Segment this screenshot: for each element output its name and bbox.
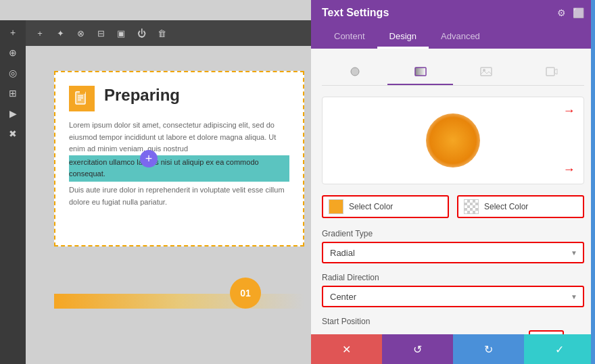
- redo-button[interactable]: ↻: [453, 334, 524, 364]
- video-icon: [546, 66, 558, 78]
- color-picker-2-label: Select Color: [484, 202, 528, 211]
- svg-point-6: [351, 68, 359, 76]
- gradient-type-select[interactable]: Radial Linear Conic: [322, 242, 584, 263]
- radial-direction-select[interactable]: Center Top Left Top Right Bottom Left Bo…: [322, 286, 584, 307]
- content-card: Preparing Lorem ipsum dolor sit amet, co…: [54, 71, 304, 246]
- radial-direction-label: Radial Direction: [322, 273, 584, 282]
- toolbar-target-icon[interactable]: ◎: [6, 66, 20, 80]
- grid-icon[interactable]: ⊟: [93, 26, 108, 41]
- start-position-label: Start Position: [322, 317, 584, 326]
- edit-toolbar: + ✦ ⊗ ⊟ ▣ ⏻ 🗑: [26, 20, 311, 46]
- card-title: Preparing: [104, 86, 180, 105]
- toolbar-add-icon[interactable]: +: [6, 26, 20, 39]
- card-header: Preparing: [69, 86, 289, 111]
- card-icon: [69, 86, 95, 111]
- tab-content[interactable]: Content: [322, 26, 377, 49]
- document-icon: [74, 90, 90, 107]
- sub-tabs: [322, 59, 584, 86]
- arrow-indicator-1: ←: [563, 104, 575, 118]
- svg-rect-8: [481, 68, 492, 76]
- svg-rect-10: [546, 68, 554, 76]
- gradient-type-row: Gradient Type Radial Linear Conic: [322, 229, 584, 263]
- color-swatch-1: [329, 199, 343, 214]
- video-tab[interactable]: [519, 59, 584, 85]
- color-pickers-row: Select Color Select Color: [322, 195, 584, 218]
- solid-color-tab[interactable]: [322, 59, 387, 85]
- card-gradient-strip: [54, 294, 304, 309]
- panel-footer: ✕ ↺ ↻ ✓: [311, 334, 595, 364]
- panel-title: Text Settings: [322, 7, 389, 19]
- arrow-indicator-2: ←: [563, 163, 575, 177]
- add-element-button[interactable]: +: [140, 150, 158, 167]
- toolbar-search-icon[interactable]: ⊕: [6, 46, 20, 59]
- panel-header: Text Settings ⚙ ⬜: [311, 0, 595, 26]
- panel-header-icons: ⚙ ⬜: [557, 7, 584, 18]
- cancel-button[interactable]: ✕: [311, 334, 382, 364]
- expand-icon[interactable]: ⬜: [573, 7, 584, 18]
- settings-icon[interactable]: ⊗: [73, 26, 88, 41]
- card-highlighted-text: exercitation ullamco laboris nisi ut ali…: [69, 155, 289, 182]
- delete-icon[interactable]: 🗑: [154, 26, 169, 41]
- panel-content: ← ← Select Color Select Color Gradient T…: [311, 49, 595, 334]
- move-icon[interactable]: ✦: [53, 26, 68, 41]
- panel-tabs: Content Design Advanced: [311, 26, 595, 49]
- right-blue-strip: [591, 0, 595, 364]
- tab-advanced[interactable]: Advanced: [429, 26, 492, 49]
- toolbar-play-icon[interactable]: ▶: [6, 107, 20, 120]
- gradient-icon: [414, 66, 427, 78]
- gradient-type-label: Gradient Type: [322, 229, 584, 238]
- tab-design[interactable]: Design: [377, 26, 429, 49]
- card-body-text2: Duis aute irure dolor in reprehenderit i…: [69, 184, 289, 208]
- right-panel: Text Settings ⚙ ⬜ Content Design Advance…: [311, 0, 595, 364]
- power-icon[interactable]: ⏻: [134, 26, 149, 41]
- undo-button[interactable]: ↺: [382, 334, 453, 364]
- color-picker-1-label: Select Color: [349, 202, 393, 211]
- gradient-tab[interactable]: [387, 59, 453, 85]
- radial-direction-select-wrapper: Center Top Left Top Right Bottom Left Bo…: [322, 286, 584, 307]
- add-icon[interactable]: +: [32, 26, 47, 41]
- canvas-area: + ✦ ⊗ ⊟ ▣ ⏻ 🗑 + ⊕ ◎ ⊞ ▶ ✖: [0, 0, 311, 364]
- gradient-type-select-wrapper: Radial Linear Conic: [322, 242, 584, 263]
- color-swatch-2: [464, 199, 479, 214]
- toolbar-close-icon[interactable]: ✖: [6, 127, 20, 140]
- gradient-circle: [426, 113, 480, 167]
- radial-direction-row: Radial Direction Center Top Left Top Rig…: [322, 273, 584, 307]
- image-icon: [480, 66, 492, 78]
- gradient-preview: ← ←: [322, 97, 584, 184]
- color-picker-2-button[interactable]: Select Color: [457, 195, 584, 218]
- svg-rect-5: [80, 90, 85, 94]
- confirm-button[interactable]: ✓: [524, 334, 595, 364]
- start-position-row: Start Position 20% ↺: [322, 317, 584, 334]
- color-picker-1-button[interactable]: Select Color: [322, 195, 449, 218]
- image-tab[interactable]: [453, 59, 519, 85]
- toolbar-grid2-icon[interactable]: ⊞: [6, 86, 20, 100]
- card-body-text: Lorem ipsum dolor sit amet, consectetur …: [69, 120, 289, 155]
- left-toolbar: + ⊕ ◎ ⊞ ▶ ✖: [0, 20, 26, 364]
- layout-icon[interactable]: ▣: [114, 26, 128, 41]
- settings-gear-icon[interactable]: ⚙: [557, 7, 566, 18]
- slide-number-badge: 01: [230, 278, 261, 309]
- paint-icon: [349, 66, 361, 78]
- svg-rect-7: [415, 68, 426, 76]
